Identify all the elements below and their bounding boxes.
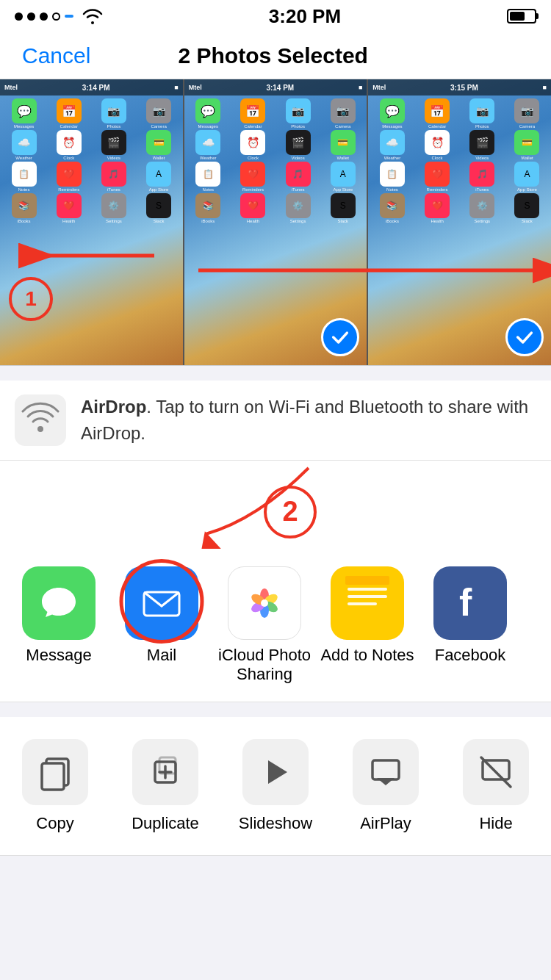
share-section: Message Mail [0, 549, 551, 702]
icloud-photo-label: iCloud PhotoSharing [218, 646, 311, 684]
duplicate-label: Duplicate [132, 814, 199, 833]
checkmark-3 [505, 318, 544, 356]
carrier-label [65, 15, 73, 18]
share-item-add-notes[interactable]: Add to Notes [316, 566, 419, 665]
airplay-icon-wrap [353, 739, 419, 805]
checkmark-2 [321, 318, 359, 356]
nav-bar: Cancel 2 Photos Selected [0, 32, 551, 79]
action-row: Copy Duplicate Slideshow [0, 717, 551, 856]
copy-label: Copy [36, 814, 73, 833]
airdrop-bold: AirDrop [81, 397, 146, 417]
svg-rect-20 [347, 602, 377, 605]
svg-marker-30 [377, 778, 395, 785]
action-item-copy[interactable]: Copy [0, 739, 110, 833]
photo-thumb-2[interactable]: Mtel 3:14 PM ■ 💬Messages 📅Calendar 📷Phot… [184, 79, 369, 365]
hide-icon-wrap [463, 739, 529, 805]
photo-screen-1: Mtel 3:14 PM ■ 💬Messages 📅Calendar 📷Phot… [0, 79, 183, 365]
status-left [15, 8, 103, 24]
share-item-facebook[interactable]: f Facebook [419, 566, 522, 665]
svg-point-4 [37, 426, 43, 432]
status-bar: 3:20 PM [0, 0, 551, 32]
action-item-hide[interactable]: Hide [441, 739, 551, 833]
wifi-icon [82, 8, 103, 24]
duplicate-icon-wrap [132, 739, 198, 805]
svg-rect-23 [42, 763, 64, 790]
share-row: Message Mail [0, 549, 551, 702]
photo-strip[interactable]: Mtel 3:14 PM ■ 💬Messages 📅Calendar 📷Phot… [0, 79, 551, 366]
svg-line-32 [481, 757, 511, 787]
hide-label: Hide [479, 814, 512, 833]
status-right [507, 9, 536, 24]
message-icon [22, 566, 96, 640]
photo-thumb-3[interactable]: Mtel 3:15 PM ■ 💬Messages 📅Calendar 📷Phot… [368, 79, 551, 365]
copy-icon [36, 753, 74, 791]
svg-point-16 [261, 599, 268, 607]
message-label: Message [26, 646, 91, 665]
airplay-icon [367, 753, 405, 791]
slideshow-icon-wrap [242, 739, 309, 805]
notes-icon [331, 566, 404, 640]
section-gap-1 [0, 366, 551, 375]
signal-dot-1 [15, 12, 23, 21]
signal-dot-2 [27, 12, 35, 21]
share-item-message[interactable]: Message [7, 566, 110, 665]
cancel-button[interactable]: Cancel [22, 43, 90, 68]
svg-rect-17 [345, 576, 389, 585]
curved-arrow-svg: 2 [0, 461, 551, 549]
svg-rect-29 [372, 760, 399, 779]
facebook-label: Facebook [435, 646, 506, 665]
svg-rect-18 [347, 588, 387, 591]
mail-icon [125, 566, 198, 640]
annotation-arrow-wrap: 2 [0, 461, 551, 549]
airdrop-wifi-icon [21, 401, 60, 439]
airplay-label: AirPlay [360, 814, 411, 833]
photo-thumb-1[interactable]: Mtel 3:14 PM ■ 💬Messages 📅Calendar 📷Phot… [0, 79, 184, 365]
notes-label: Add to Notes [320, 646, 414, 665]
facebook-icon: f [433, 566, 507, 640]
status-time: 3:20 PM [269, 5, 341, 28]
icloud-photo-icon [228, 566, 301, 640]
svg-marker-28 [268, 760, 287, 784]
copy-icon-wrap [22, 739, 88, 805]
signal-dot-3 [40, 12, 48, 21]
svg-text:f: f [459, 583, 472, 624]
photo-strip-wrapper: Mtel 3:14 PM ■ 💬Messages 📅Calendar 📷Phot… [0, 79, 551, 366]
action-item-airplay[interactable]: AirPlay [331, 739, 441, 833]
battery-icon [507, 9, 536, 24]
slideshow-play-icon [256, 753, 295, 791]
airdrop-description: AirDrop. Tap to turn on Wi-Fi and Blueto… [81, 394, 536, 447]
share-item-icloud-photo[interactable]: iCloud PhotoSharing [213, 566, 316, 684]
hide-icon [477, 753, 515, 791]
step1-circle: 1 [9, 277, 53, 321]
svg-rect-19 [347, 595, 387, 598]
section-gap-2 [0, 702, 551, 711]
airdrop-icon [15, 394, 66, 446]
action-item-slideshow[interactable]: Slideshow [220, 739, 331, 833]
action-item-duplicate[interactable]: Duplicate [110, 739, 220, 833]
slideshow-label: Slideshow [239, 814, 312, 833]
page-title: 2 Photos Selected [178, 43, 367, 68]
mail-label: Mail [147, 646, 176, 665]
signal-dot-4 [52, 12, 60, 21]
duplicate-icon [146, 753, 184, 791]
airdrop-row: AirDrop. Tap to turn on Wi-Fi and Blueto… [0, 381, 551, 461]
svg-text:2: 2 [282, 496, 298, 527]
share-item-mail[interactable]: Mail [110, 566, 213, 665]
